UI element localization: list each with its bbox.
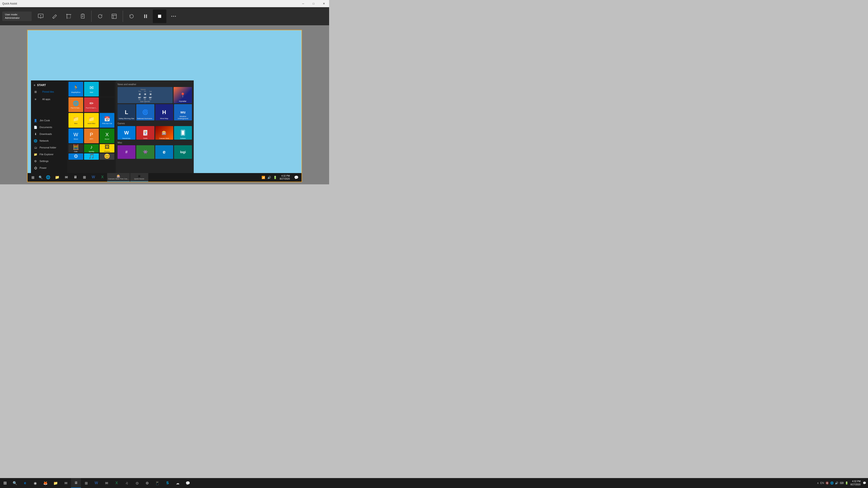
monitor-icon[interactable] <box>34 9 48 23</box>
refresh-icon[interactable] <box>93 9 107 23</box>
sidebar-item-network[interactable]: 🌐 Network <box>31 137 67 144</box>
sidebar-item-file-explorer[interactable]: 📁 File Explorer <box>31 151 67 158</box>
solitaire-tile[interactable]: 🂠 Solitaire <box>174 126 192 140</box>
games-section-title: Games <box>118 122 192 125</box>
tile-photos[interactable]: 🖼 Photos <box>100 144 114 153</box>
pinned-tiles-nav[interactable]: ⊞ Pinned tiles <box>31 88 67 96</box>
minimize-button[interactable]: ─ <box>298 0 308 7</box>
remote-taskbar-word[interactable]: W <box>89 173 98 182</box>
mail-icon: ✉ <box>90 85 94 91</box>
remote-taskbar-remote[interactable]: 🖥 <box>71 173 80 182</box>
remote-taskbar-caesars[interactable]: 🎰 Caesars Slots Free Cas... <box>107 173 130 182</box>
more-icon[interactable] <box>167 9 180 23</box>
close-button[interactable]: ✕ <box>319 0 329 7</box>
weather-main-tile[interactable]: News Thu ☀ 99° 98° Fri ☀ 98° <box>118 87 173 103</box>
reload-icon[interactable] <box>125 9 138 23</box>
tile-calculator[interactable]: 🧮 Calc <box>68 144 83 153</box>
remote-taskbar-edge[interactable]: 🌐 <box>44 173 53 182</box>
main-area: ≡ START ⊞ Pinned tiles ≡ All apps 👤 Jim … <box>0 25 329 184</box>
svg-line-4 <box>53 18 54 19</box>
svg-point-16 <box>173 16 174 17</box>
remote-taskbar: ⊞ 🔍 🌐 📁 ✉ 🖥 ⊞ W X 🎰 Caesars Slots Free C… <box>28 173 302 182</box>
tile-fun-n-sun2[interactable]: ✏ Fun N Sun I... <box>84 97 99 112</box>
tile-mail[interactable]: ✉ Mail <box>84 82 99 96</box>
svg-rect-6 <box>81 14 84 18</box>
mapmyrun-icon: 🏃 <box>73 85 79 91</box>
remote-desktop[interactable]: ≡ START ⊞ Pinned tiles ≡ All apps 👤 Jim … <box>27 30 302 182</box>
menu-icon[interactable] <box>107 9 121 23</box>
tile-powerpoint[interactable]: P PPT <box>84 129 99 143</box>
title-bar: Quick Assist ─ □ ✕ <box>0 0 329 7</box>
hamburger-icon: ≡ <box>34 84 35 87</box>
remote-taskbar-tiles[interactable]: ⊞ <box>80 173 89 182</box>
documents-icon: 📄 <box>34 125 37 129</box>
sidebar-item-jim-cook[interactable]: 👤 Jim Cook <box>31 117 67 124</box>
remote-taskbar-excel[interactable]: X <box>98 173 107 182</box>
maximize-button[interactable]: □ <box>308 0 319 7</box>
all-apps-nav[interactable]: ≡ All apps <box>31 96 67 103</box>
national-hurricane-tile[interactable]: 🌀 National Hurricane... <box>136 104 154 121</box>
user-mode-display: User mode: Administrator <box>2 11 32 21</box>
remote-taskbar-files[interactable]: 📁 <box>53 173 61 182</box>
cards-tile[interactable]: 🃏 Cards <box>136 126 154 140</box>
remote-taskbar-right: 📶 🔊 🔋 4:32 PM 8/27/2020 💬 <box>261 173 301 182</box>
news-weather-section-title: News and weather <box>118 83 192 86</box>
tile-excel[interactable]: X Excel <box>100 129 114 143</box>
pinned-tiles-icon: ⊞ <box>34 90 37 94</box>
downloads-icon: ⬇ <box>34 132 37 136</box>
misc-tile-edge[interactable]: e <box>155 145 173 159</box>
sidebar-item-personal-folder[interactable]: 🗂 Personal folder <box>31 144 67 151</box>
tile-app1[interactable]: ⚙ <box>68 153 83 160</box>
weather-fri: Fri ☀ 98° 98° <box>144 91 147 100</box>
remote-taskbar-mail[interactable]: ✉ <box>62 173 70 182</box>
games-grid: W freecell.doc 🃏 Cards 🎰 Caesars Slots 🂠… <box>118 126 192 140</box>
slots-icon: 🎰 <box>162 130 166 135</box>
remote-search-button[interactable]: 🔍 <box>37 174 44 181</box>
remote-wifi-icon[interactable]: 📶 <box>261 176 266 179</box>
caesars-slots-tile[interactable]: 🎰 Caesars Slots <box>155 126 173 140</box>
misc-tile-logi[interactable]: logi <box>174 145 192 159</box>
tile-fns-act-cal[interactable]: 📅 FNS Act Cal <box>100 113 114 128</box>
start-middle-tiles: 🏃 MapMyRun ✉ Mail 🌐 Fun N Sun... ✏ F <box>67 80 116 173</box>
tile-app3[interactable]: 😊 <box>100 153 114 160</box>
tile-mapmyrun[interactable]: 🏃 MapMyRun <box>68 82 83 96</box>
valley-morning-star-tile[interactable]: L Valley Morning Star <box>118 104 135 121</box>
weather-thu: Thu ☀ 99° 98° <box>138 91 141 100</box>
sidebar-item-settings[interactable]: ⚙ Settings <box>31 158 67 164</box>
weather-underground-tile[interactable]: wu Weather Underground <box>174 104 192 121</box>
tile-app2[interactable]: 🎵 <box>84 153 99 160</box>
sidebar-item-downloads[interactable]: ⬇ Downloads <box>31 131 67 137</box>
powerpoint-icon: P <box>90 132 93 138</box>
stop-icon[interactable] <box>153 9 166 23</box>
wind-map-tile[interactable]: H Wind Map <box>155 104 173 121</box>
clipboard-icon[interactable] <box>76 9 90 23</box>
remote-notification-icon[interactable]: 💬 <box>292 173 301 182</box>
myradar-tile[interactable]: 📍 myradar <box>174 87 192 103</box>
remote-taskbar-items: 🌐 📁 ✉ 🖥 ⊞ W X 🎰 Caesars Slots Free Cas..… <box>44 173 261 182</box>
fns-act-cal-icon: 📅 <box>104 116 110 122</box>
remote-taskbar-quick-assist[interactable]: 🖥 Quick Assist <box>130 173 148 182</box>
remote-speaker-icon[interactable]: 🔊 <box>267 176 272 179</box>
pause-icon[interactable] <box>139 9 152 23</box>
pencil-icon[interactable] <box>48 9 61 23</box>
freecell-tile[interactable]: W freecell.doc <box>118 126 135 140</box>
hash-icon: # <box>125 150 128 155</box>
misc-tile-2[interactable]: 👾 <box>136 145 154 159</box>
sidebar-item-power[interactable]: ⏻ Power <box>31 164 67 171</box>
tile-placeholder <box>100 82 114 96</box>
tile-word[interactable]: W Word <box>68 129 83 143</box>
svg-rect-9 <box>112 14 116 19</box>
tile-files[interactable]: 📁 files <box>68 113 83 128</box>
tile-fun-n-sun1[interactable]: 🌐 Fun N Sun... <box>68 97 83 112</box>
crop-icon[interactable] <box>62 9 75 23</box>
remote-start-button[interactable]: ⊞ <box>29 173 37 182</box>
separator-2 <box>123 11 123 22</box>
remote-battery-icon: 🔋 <box>273 176 278 179</box>
misc-tile-1[interactable]: # <box>118 145 135 159</box>
window-title: Quick Assist <box>2 2 17 5</box>
sidebar-item-documents[interactable]: 📄 Documents <box>31 124 67 131</box>
personal-folder-icon: 🗂 <box>34 146 37 149</box>
myradar-icon: 📍 <box>180 92 186 98</box>
tile-word-files[interactable]: 📁 word files <box>84 113 99 128</box>
tile-spotify[interactable]: ♪ Spotify <box>84 144 99 153</box>
